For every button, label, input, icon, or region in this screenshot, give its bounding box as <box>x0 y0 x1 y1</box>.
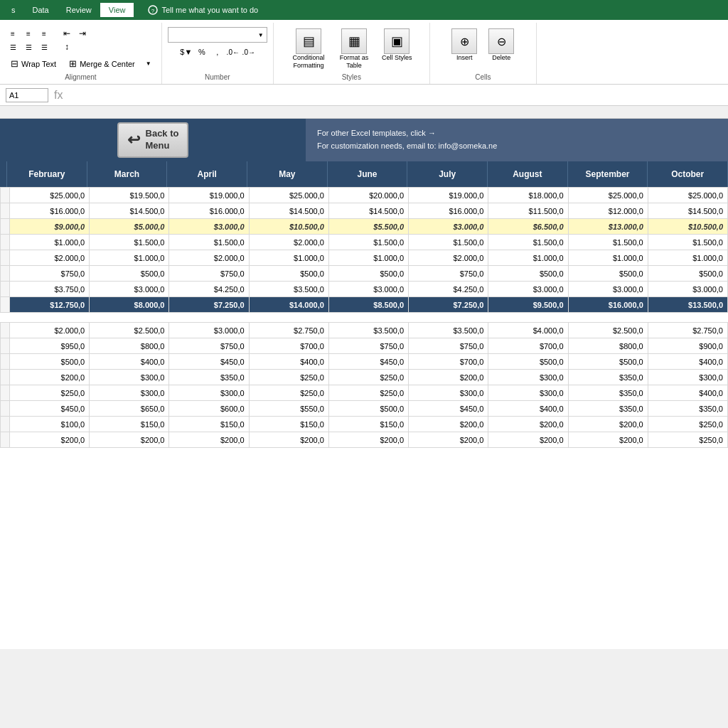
decrease-decimal-icon[interactable]: .0← <box>226 46 240 58</box>
insert-button[interactable]: ⊕ Insert <box>447 27 481 63</box>
table-cell[interactable]: $350,0 <box>648 401 727 417</box>
table-cell[interactable]: $3.500,0 <box>249 282 328 297</box>
table-cell[interactable]: $14.500,0 <box>648 203 727 219</box>
table-cell[interactable]: $800,0 <box>90 338 169 354</box>
table-cell[interactable]: $3.500,0 <box>409 323 488 338</box>
table-cell[interactable]: $300,0 <box>90 385 169 401</box>
table-cell[interactable]: $250,0 <box>249 370 328 385</box>
table-cell[interactable]: $11.500,0 <box>488 203 568 219</box>
table-cell[interactable]: $350,0 <box>568 370 648 385</box>
indent-increase-icon[interactable]: ⇥ <box>75 27 90 40</box>
table-cell[interactable]: $14.500,0 <box>249 203 328 219</box>
table-cell[interactable]: $800,0 <box>568 338 648 354</box>
format-as-table-button[interactable]: ▦ Format as Table <box>333 27 375 71</box>
table-row[interactable]: $750,0$500,0$750,0$500,0$500,0$750,0$500… <box>1 266 728 282</box>
table-row[interactable]: $200,0$300,0$350,0$250,0$250,0$200,0$300… <box>1 370 728 385</box>
table-cell[interactable]: $3.000,0 <box>169 219 249 235</box>
table-cell[interactable]: $500,0 <box>328 401 408 417</box>
table-cell[interactable]: $1.500,0 <box>90 235 169 250</box>
align-bottom-left-icon[interactable]: ☰ <box>6 41 20 53</box>
table-cell[interactable]: $10.500,0 <box>249 219 328 235</box>
table-cell[interactable]: $14.500,0 <box>90 203 169 219</box>
table-cell[interactable]: $13.500,0 <box>648 297 727 313</box>
table-cell[interactable]: $500,0 <box>328 266 408 282</box>
table-cell[interactable]: $200,0 <box>488 432 568 448</box>
table-cell[interactable]: $750,0 <box>169 266 249 282</box>
table-cell[interactable]: $300,0 <box>648 370 727 385</box>
table-cell[interactable]: $200,0 <box>488 417 568 432</box>
tab-data[interactable]: Data <box>24 3 58 17</box>
table-cell[interactable]: $1.000,0 <box>648 250 727 266</box>
back-to-menu-button[interactable]: ↩ Back toMenu <box>117 122 189 158</box>
table-cell[interactable]: $6.500,0 <box>488 219 568 235</box>
table-cell[interactable]: $300,0 <box>488 385 568 401</box>
table-cell[interactable]: $200,0 <box>409 370 488 385</box>
table-cell[interactable]: $3.000,0 <box>328 282 408 297</box>
table-cell[interactable]: $25.000,0 <box>10 188 90 203</box>
tell-me-bar[interactable]: ? Tell me what you want to do <box>148 5 258 15</box>
table-cell[interactable]: $750,0 <box>409 338 488 354</box>
table-cell[interactable]: $7.250,0 <box>169 297 249 313</box>
table-cell[interactable]: $16.000,0 <box>568 297 648 313</box>
table-cell[interactable]: $200,0 <box>568 432 648 448</box>
table-cell[interactable]: $5.500,0 <box>328 219 408 235</box>
table-cell[interactable]: $16.000,0 <box>10 203 90 219</box>
table-cell[interactable]: $1.000,0 <box>90 250 169 266</box>
table-row[interactable]: $250,0$300,0$300,0$250,0$250,0$300,0$300… <box>1 385 728 401</box>
table-cell[interactable]: $8.000,0 <box>90 297 169 313</box>
table-cell[interactable]: $2.750,0 <box>648 323 727 338</box>
table-cell[interactable]: $4.250,0 <box>169 282 249 297</box>
merge-dropdown-icon[interactable]: ▼ <box>141 58 156 70</box>
table-cell[interactable]: $150,0 <box>249 417 328 432</box>
table-cell[interactable]: $150,0 <box>169 417 249 432</box>
align-top-center-icon[interactable]: ≡ <box>21 27 36 40</box>
table-cell[interactable]: $950,0 <box>10 338 90 354</box>
table-cell[interactable]: $1.500,0 <box>568 235 648 250</box>
table-cell[interactable]: $1.000,0 <box>249 250 328 266</box>
table-cell[interactable]: $1.500,0 <box>648 235 727 250</box>
comma-icon[interactable]: , <box>210 46 225 58</box>
table-cell[interactable]: $14.500,0 <box>328 203 408 219</box>
table-cell[interactable]: $2.000,0 <box>409 250 488 266</box>
table-cell[interactable]: $3.750,0 <box>10 282 90 297</box>
table-cell[interactable]: $12.000,0 <box>568 203 648 219</box>
table-row[interactable]: $2.000,0$1.000,0$2.000,0$1.000,0$1.000,0… <box>1 250 728 266</box>
table-cell[interactable]: $500,0 <box>10 354 90 370</box>
table-cell[interactable]: $250,0 <box>648 417 727 432</box>
table-cell[interactable]: $1.500,0 <box>488 235 568 250</box>
table-cell[interactable]: $300,0 <box>488 370 568 385</box>
table-cell[interactable]: $14.000,0 <box>249 297 328 313</box>
cell-styles-button[interactable]: ▣ Cell Styles <box>379 27 415 63</box>
table-cell[interactable]: $450,0 <box>328 354 408 370</box>
table-cell[interactable]: $2.000,0 <box>10 250 90 266</box>
table-cell[interactable]: $200,0 <box>328 432 408 448</box>
tab-review[interactable]: Review <box>58 3 100 17</box>
table-cell[interactable]: $400,0 <box>488 401 568 417</box>
table-cell[interactable]: $400,0 <box>249 354 328 370</box>
table-cell[interactable]: $2.000,0 <box>10 323 90 338</box>
percent-icon[interactable]: % <box>195 46 209 58</box>
table-cell[interactable]: $300,0 <box>169 385 249 401</box>
table-cell[interactable]: $12.750,0 <box>10 297 90 313</box>
table-cell[interactable]: $400,0 <box>90 354 169 370</box>
table-row[interactable]: $450,0$650,0$600,0$550,0$500,0$450,0$400… <box>1 401 728 417</box>
table-cell[interactable]: $2.000,0 <box>249 235 328 250</box>
table-cell[interactable]: $750,0 <box>328 338 408 354</box>
table-cell[interactable]: $25.000,0 <box>568 188 648 203</box>
formula-input[interactable] <box>68 91 722 100</box>
table-cell[interactable]: $10.500,0 <box>648 219 727 235</box>
table-row[interactable]: $100,0$150,0$150,0$150,0$150,0$200,0$200… <box>1 417 728 432</box>
table-row[interactable]: $1.000,0$1.500,0$1.500,0$2.000,0$1.500,0… <box>1 235 728 250</box>
align-bottom-right-icon[interactable]: ☰ <box>37 41 51 53</box>
table-cell[interactable]: $1.500,0 <box>169 235 249 250</box>
table-cell[interactable]: $25.000,0 <box>249 188 328 203</box>
table-cell[interactable]: $2.000,0 <box>169 250 249 266</box>
table-cell[interactable]: $500,0 <box>249 266 328 282</box>
table-cell[interactable]: $9.000,0 <box>10 219 90 235</box>
table-cell[interactable]: $400,0 <box>648 354 727 370</box>
table-cell[interactable]: $200,0 <box>169 432 249 448</box>
table-cell[interactable]: $13.000,0 <box>568 219 648 235</box>
table-cell[interactable]: $2.500,0 <box>568 323 648 338</box>
table-cell[interactable]: $1.000,0 <box>568 250 648 266</box>
table-cell[interactable]: $3.000,0 <box>648 282 727 297</box>
